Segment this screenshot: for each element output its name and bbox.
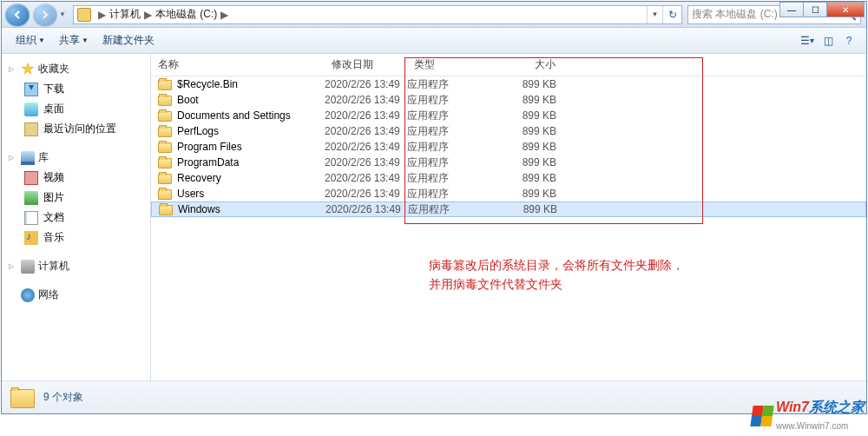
file-date: 2020/2/26 13:49 bbox=[325, 109, 407, 122]
music-icon bbox=[24, 231, 38, 245]
folder-icon bbox=[158, 158, 172, 168]
sidebar-videos[interactable]: 视频 bbox=[2, 168, 150, 188]
computer-icon bbox=[21, 260, 35, 274]
status-bar: 9 个对象 bbox=[2, 380, 866, 413]
file-type: 应用程序 bbox=[407, 171, 485, 186]
file-date: 2020/2/26 13:49 bbox=[325, 156, 407, 168]
desktop-icon bbox=[24, 102, 38, 116]
file-type: 应用程序 bbox=[407, 187, 485, 201]
file-row[interactable]: ProgramData2020/2/26 13:49应用程序899 KB bbox=[151, 155, 866, 170]
organize-menu[interactable]: 组织▼ bbox=[9, 30, 52, 51]
folder-icon bbox=[158, 174, 172, 184]
video-icon bbox=[24, 171, 38, 185]
network-icon bbox=[21, 288, 35, 302]
sidebar-libraries[interactable]: ▷库 bbox=[2, 148, 150, 168]
file-type: 应用程序 bbox=[407, 155, 485, 170]
file-list[interactable]: $Recycle.Bin2020/2/26 13:49应用程序899 KBBoo… bbox=[151, 76, 866, 380]
address-bar[interactable]: ▶ 计算机 ▶ 本地磁盘 (C:) ▶ ▼ ↻ bbox=[73, 5, 682, 24]
file-row[interactable]: Recovery2020/2/26 13:49应用程序899 KB bbox=[151, 170, 866, 186]
sidebar-computer[interactable]: ▷计算机 bbox=[2, 256, 150, 276]
file-size: 899 KB bbox=[485, 94, 563, 106]
col-name[interactable]: 名称 bbox=[151, 54, 325, 76]
file-size: 899 KB bbox=[485, 188, 563, 200]
document-icon bbox=[24, 211, 38, 225]
sidebar-recent[interactable]: 最近访问的位置 bbox=[2, 119, 150, 139]
status-count: 9 个对象 bbox=[43, 390, 83, 405]
folder-icon bbox=[158, 96, 172, 106]
new-folder-button[interactable]: 新建文件夹 bbox=[95, 30, 161, 51]
sidebar-favorites[interactable]: ▷收藏夹 bbox=[2, 59, 150, 79]
file-row[interactable]: $Recycle.Bin2020/2/26 13:49应用程序899 KB bbox=[151, 76, 866, 92]
preview-pane-button[interactable]: ◫ bbox=[818, 30, 838, 51]
sidebar-desktop[interactable]: 桌面 bbox=[2, 99, 150, 119]
file-row[interactable]: PerfLogs2020/2/26 13:49应用程序899 KB bbox=[151, 123, 866, 139]
picture-icon bbox=[24, 191, 38, 205]
window-controls: — ☐ ✕ bbox=[780, 2, 865, 17]
file-name: $Recycle.Bin bbox=[177, 78, 238, 90]
share-menu[interactable]: 共享▼ bbox=[52, 30, 95, 51]
file-name: Program Files bbox=[177, 141, 242, 153]
file-date: 2020/2/26 13:49 bbox=[325, 141, 407, 153]
maximize-button[interactable]: ☐ bbox=[803, 2, 827, 17]
file-date: 2020/2/26 13:49 bbox=[325, 172, 407, 184]
nav-history-dropdown[interactable]: ▼ bbox=[57, 3, 68, 26]
folder-icon bbox=[159, 205, 173, 215]
annotation-text: 病毒篡改后的系统目录，会将所有文件夹删除， 并用病毒文件代替文件夹 bbox=[429, 255, 684, 294]
file-date: 2020/2/26 13:49 bbox=[325, 94, 407, 106]
breadcrumb-root[interactable]: 计算机 bbox=[109, 7, 141, 22]
file-name: Windows bbox=[178, 203, 220, 215]
nav-forward-button[interactable] bbox=[33, 3, 57, 26]
nav-back-button[interactable] bbox=[5, 3, 30, 26]
file-row[interactable]: Windows2020/2/26 13:49应用程序899 KB bbox=[151, 201, 866, 217]
star-icon bbox=[21, 63, 35, 76]
breadcrumb-sep: ▶ bbox=[141, 9, 155, 21]
file-size: 899 KB bbox=[485, 125, 563, 137]
breadcrumb-sep: ▶ bbox=[95, 9, 109, 21]
file-row[interactable]: Boot2020/2/26 13:49应用程序899 KB bbox=[151, 92, 866, 108]
col-type[interactable]: 类型 bbox=[407, 54, 485, 76]
sidebar-documents[interactable]: 文档 bbox=[2, 208, 150, 228]
toolbar: 组织▼ 共享▼ 新建文件夹 ☰▾ ◫ ? bbox=[2, 28, 866, 54]
minimize-button[interactable]: — bbox=[779, 2, 804, 17]
col-size[interactable]: 大小 bbox=[485, 54, 563, 76]
file-type: 应用程序 bbox=[407, 93, 485, 108]
file-size: 899 KB bbox=[485, 141, 563, 153]
sidebar-downloads[interactable]: 下载 bbox=[2, 79, 150, 99]
file-type: 应用程序 bbox=[407, 140, 485, 155]
drive-icon bbox=[77, 8, 91, 22]
sidebar-network[interactable]: 网络 bbox=[2, 285, 150, 305]
explorer-window: — ☐ ✕ ▼ ▶ 计算机 ▶ 本地磁盘 (C:) ▶ ▼ ↻ 搜索 本地磁盘 … bbox=[1, 1, 867, 414]
search-placeholder: 搜索 本地磁盘 (C:) bbox=[692, 7, 778, 22]
recent-icon bbox=[24, 122, 38, 136]
sidebar: ▷收藏夹 下载 桌面 最近访问的位置 ▷库 视频 图片 文档 音乐 ▷计算机 网… bbox=[2, 54, 151, 380]
download-icon bbox=[24, 83, 38, 96]
folder-icon bbox=[158, 189, 172, 200]
file-date: 2020/2/26 13:49 bbox=[325, 125, 407, 137]
file-type: 应用程序 bbox=[407, 77, 485, 92]
address-dropdown[interactable]: ▼ bbox=[647, 6, 662, 23]
file-date: 2020/2/26 13:49 bbox=[326, 203, 408, 215]
file-size: 899 KB bbox=[486, 203, 564, 215]
breadcrumb-current[interactable]: 本地磁盘 (C:) bbox=[155, 7, 217, 22]
refresh-button[interactable]: ↻ bbox=[662, 6, 681, 23]
sidebar-music[interactable]: 音乐 bbox=[2, 228, 150, 248]
help-button[interactable]: ? bbox=[838, 30, 859, 51]
close-button[interactable]: ✕ bbox=[826, 2, 865, 17]
col-date[interactable]: 修改日期 bbox=[325, 54, 407, 76]
file-name: Documents and Settings bbox=[177, 109, 291, 122]
file-type: 应用程序 bbox=[408, 202, 486, 217]
file-row[interactable]: Program Files2020/2/26 13:49应用程序899 KB bbox=[151, 139, 866, 155]
folder-icon bbox=[158, 142, 172, 153]
file-name: ProgramData bbox=[177, 156, 239, 168]
file-row[interactable]: Users2020/2/26 13:49应用程序899 KB bbox=[151, 186, 866, 201]
titlebar: ▼ ▶ 计算机 ▶ 本地磁盘 (C:) ▶ ▼ ↻ 搜索 本地磁盘 (C:) 🔍 bbox=[2, 2, 866, 28]
file-type: 应用程序 bbox=[407, 124, 485, 139]
sidebar-pictures[interactable]: 图片 bbox=[2, 188, 150, 208]
file-name: PerfLogs bbox=[177, 125, 219, 137]
file-name: Users bbox=[177, 188, 204, 200]
view-options-button[interactable]: ☰▾ bbox=[797, 30, 818, 51]
folder-icon bbox=[158, 127, 172, 137]
watermark: Win7系统之家 www.Winwin7.com bbox=[752, 399, 865, 433]
file-name: Recovery bbox=[177, 172, 221, 184]
file-row[interactable]: Documents and Settings2020/2/26 13:49应用程… bbox=[151, 108, 866, 123]
